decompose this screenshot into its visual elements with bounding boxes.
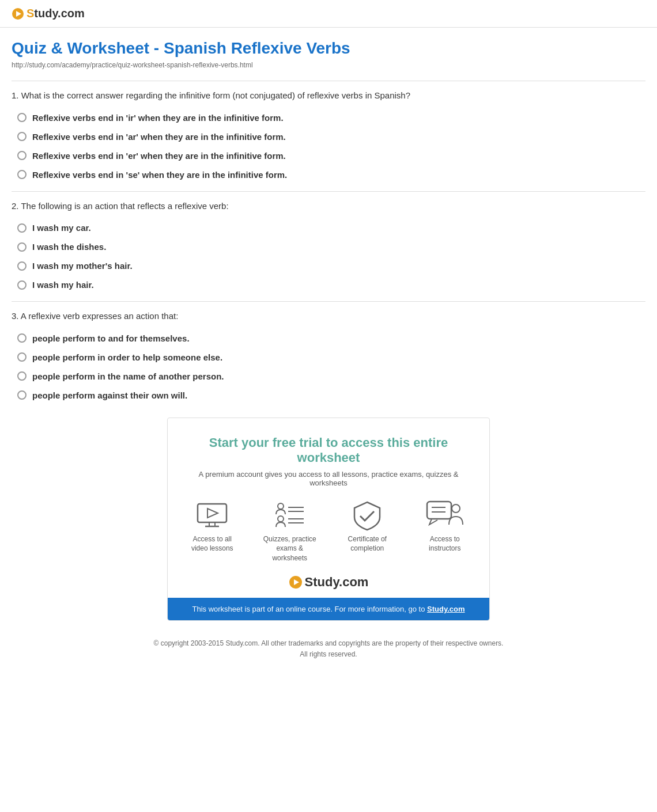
radio-icon[interactable] — [17, 261, 27, 271]
cta-icon-certificate: Certificate of completion — [340, 501, 395, 563]
divider-q2 — [12, 301, 645, 302]
svg-marker-3 — [207, 509, 218, 518]
list-item[interactable]: I wash my mother's hair. — [17, 261, 645, 271]
cta-icon-label: Access to all video lessons — [185, 534, 240, 554]
cta-logo-text: Study.com — [305, 575, 369, 590]
svg-rect-12 — [427, 502, 451, 519]
divider-top — [12, 81, 645, 81]
cta-title: Start your free trial to access this ent… — [185, 435, 472, 465]
video-icon — [195, 501, 229, 530]
question-3-options: people perform to and for themselves. pe… — [12, 333, 645, 400]
main-content: Quiz & Worksheet - Spanish Reflexive Ver… — [0, 28, 657, 677]
cta-box: Start your free trial to access this ent… — [167, 418, 490, 621]
list-item[interactable]: people perform to and for themselves. — [17, 333, 645, 343]
radio-icon[interactable] — [17, 170, 27, 179]
list-item[interactable]: Reflexive verbs end in 'se' when they ar… — [17, 170, 645, 180]
page-url: http://study.com/academy/practice/quiz-w… — [12, 61, 645, 69]
list-item[interactable]: Reflexive verbs end in 'ir' when they ar… — [17, 113, 645, 123]
cta-logo-icon — [289, 575, 303, 589]
radio-icon[interactable] — [17, 113, 27, 122]
svg-point-13 — [452, 504, 460, 513]
radio-icon[interactable] — [17, 223, 27, 233]
option-label: Reflexive verbs end in 'er' when they ar… — [32, 151, 286, 161]
radio-icon[interactable] — [17, 151, 27, 160]
logo[interactable]: Study.com — [12, 7, 645, 20]
cta-logo: Study.com — [185, 575, 472, 590]
list-item[interactable]: people perform in order to help someone … — [17, 352, 645, 362]
option-label: Reflexive verbs end in 'ar' when they ar… — [32, 132, 286, 142]
cta-icons-row: Access to all video lessons — [185, 501, 472, 563]
question-1-options: Reflexive verbs end in 'ir' when they ar… — [12, 113, 645, 180]
svg-point-7 — [278, 516, 284, 522]
question-2-options: I wash my car. I wash the dishes. I wash… — [12, 223, 645, 290]
cta-icon-video: Access to all video lessons — [185, 501, 240, 563]
question-3: 3. A reflexive verb expresses an action … — [12, 310, 645, 400]
divider-q1 — [12, 191, 645, 192]
footer-line1: © copyright 2003-2015 Study.com. All oth… — [12, 638, 645, 649]
radio-icon[interactable] — [17, 242, 27, 252]
option-label: I wash my car. — [32, 223, 91, 233]
quiz-icon — [273, 501, 307, 530]
footer-line2: All rights reserved. — [12, 649, 645, 660]
list-item[interactable]: I wash my car. — [17, 223, 645, 233]
svg-point-6 — [278, 503, 284, 509]
radio-icon[interactable] — [17, 390, 27, 400]
cta-icon-label: Certificate of completion — [340, 534, 395, 554]
list-item[interactable]: I wash my hair. — [17, 280, 645, 290]
option-label: people perform in the name of another pe… — [32, 371, 224, 381]
option-label: I wash my mother's hair. — [32, 261, 133, 271]
cta-bottom-bar: This worksheet is part of an online cour… — [168, 598, 489, 620]
option-label: people perform against their own will. — [32, 390, 187, 400]
option-label: Reflexive verbs end in 'se' when they ar… — [32, 170, 287, 180]
question-1: 1. What is the correct answer regarding … — [12, 89, 645, 180]
list-item[interactable]: people perform in the name of another pe… — [17, 371, 645, 381]
certificate-icon — [350, 501, 384, 530]
option-label: I wash my hair. — [32, 280, 94, 290]
cta-subtitle: A premium account gives you access to al… — [185, 470, 472, 487]
cta-icon-label: Quizzes, practice exams & worksheets — [263, 534, 318, 563]
list-item[interactable]: Reflexive verbs end in 'ar' when they ar… — [17, 132, 645, 142]
question-2: 2. The following is an action that refle… — [12, 200, 645, 290]
header: Study.com — [0, 0, 657, 28]
option-label: I wash the dishes. — [32, 242, 106, 252]
question-2-text: 2. The following is an action that refle… — [12, 200, 645, 213]
option-label: people perform to and for themselves. — [32, 333, 190, 343]
cta-icon-quiz: Quizzes, practice exams & worksheets — [263, 501, 318, 563]
logo-text: Study.com — [27, 7, 85, 20]
radio-icon[interactable] — [17, 371, 27, 381]
option-label: people perform in order to help someone … — [32, 352, 222, 362]
logo-icon — [12, 7, 24, 20]
cta-icon-instructor: Access to instructors — [418, 501, 473, 563]
radio-icon[interactable] — [17, 132, 27, 141]
cta-icon-label: Access to instructors — [418, 534, 473, 554]
svg-rect-2 — [198, 504, 226, 522]
list-item[interactable]: Reflexive verbs end in 'er' when they ar… — [17, 151, 645, 161]
list-item[interactable]: I wash the dishes. — [17, 242, 645, 252]
radio-icon[interactable] — [17, 333, 27, 343]
radio-icon[interactable] — [17, 352, 27, 362]
instructor-icon — [428, 501, 462, 530]
question-1-text: 1. What is the correct answer regarding … — [12, 89, 645, 103]
list-item[interactable]: people perform against their own will. — [17, 390, 645, 400]
option-label: Reflexive verbs end in 'ir' when they ar… — [32, 113, 284, 123]
footer: © copyright 2003-2015 Study.com. All oth… — [12, 638, 645, 660]
radio-icon[interactable] — [17, 280, 27, 290]
page-title: Quiz & Worksheet - Spanish Reflexive Ver… — [12, 39, 645, 58]
question-3-text: 3. A reflexive verb expresses an action … — [12, 310, 645, 323]
cta-link[interactable]: Study.com — [427, 605, 465, 613]
